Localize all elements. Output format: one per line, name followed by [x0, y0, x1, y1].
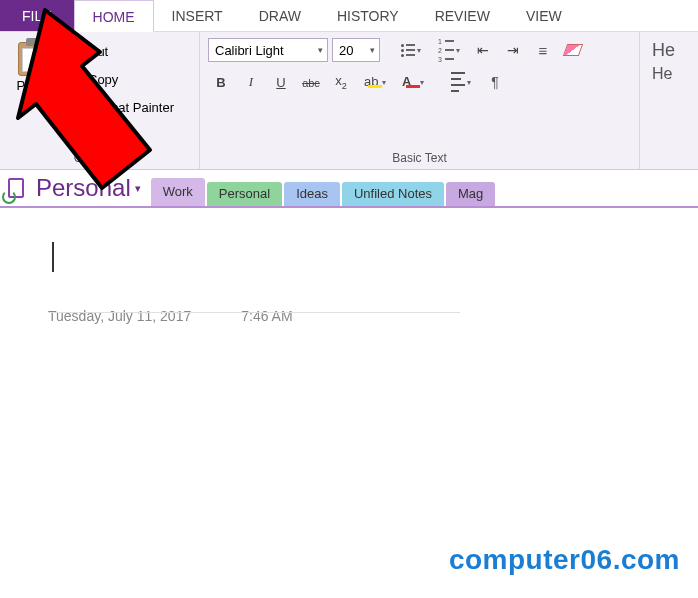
indent-icon — [507, 42, 519, 58]
tab-home[interactable]: HOME — [74, 0, 154, 32]
chevron-down-icon: ▾ — [135, 182, 141, 195]
basic-text-group-label: Basic Text — [208, 151, 631, 167]
font-color-button[interactable]: A ▾ — [396, 70, 430, 94]
style-heading1[interactable]: He — [648, 40, 679, 61]
section-tab-personal[interactable]: Personal — [207, 182, 282, 206]
style-heading2[interactable]: He — [648, 65, 676, 83]
section-tab-ideas[interactable]: Ideas — [284, 182, 340, 206]
font-size-select[interactable]: 20 ▾ — [332, 38, 380, 62]
cut-label: Cut — [88, 44, 108, 59]
increase-indent-button[interactable] — [500, 38, 526, 62]
copy-icon — [64, 70, 82, 88]
underline-button[interactable]: U — [268, 70, 294, 94]
notebook-icon[interactable] — [8, 178, 28, 200]
font-name-select[interactable]: Calibri Light ▾ — [208, 38, 328, 62]
tab-insert[interactable]: INSERT — [154, 0, 241, 31]
scissors-icon — [64, 42, 82, 60]
ribbon-group-styles: He He — [640, 32, 687, 169]
ribbon-group-basic-text: Calibri Light ▾ 20 ▾ ▾ 1 — [200, 32, 640, 169]
section-tab-unfiled[interactable]: Unfiled Notes — [342, 182, 444, 206]
clipboard-icon — [16, 38, 50, 76]
line-spacing-icon — [539, 42, 548, 59]
tab-view[interactable]: VIEW — [508, 0, 580, 31]
section-tab-work[interactable]: Work — [151, 178, 205, 206]
eraser-icon — [565, 44, 581, 56]
format-painter-label: Format Painter — [88, 100, 174, 115]
numbering-icon: 1 2 3 — [438, 38, 454, 63]
chevron-down-icon: ▾ — [370, 45, 375, 55]
tab-draw[interactable]: DRAW — [241, 0, 319, 31]
section-tab-mag[interactable]: Mag — [446, 182, 495, 206]
align-left-icon — [451, 71, 465, 93]
watermark: computer06.com — [449, 544, 680, 576]
ribbon-tabstrip: FILE HOME INSERT DRAW HISTORY REVIEW VIE… — [0, 0, 698, 32]
title-cursor — [52, 242, 54, 272]
highlight-button[interactable]: ab ▾ — [358, 70, 392, 94]
tab-review[interactable]: REVIEW — [417, 0, 508, 31]
chevron-down-icon: ▾ — [31, 95, 36, 106]
tab-history[interactable]: HISTORY — [319, 0, 417, 31]
ribbon-group-clipboard: Paste ▾ Cut Copy Format Painter Clipboar… — [0, 32, 200, 169]
page-canvas[interactable]: Tuesday, July 11, 2017 7:46 AM — [0, 208, 698, 548]
bold-button[interactable]: B — [208, 70, 234, 94]
highlight-icon: ab — [364, 74, 380, 90]
format-painter-button[interactable]: Format Painter — [64, 98, 174, 116]
bullets-icon — [401, 44, 415, 57]
page-date: Tuesday, July 11, 2017 — [48, 308, 191, 324]
subscript-button[interactable]: x2 — [328, 70, 354, 94]
cut-button[interactable]: Cut — [64, 42, 174, 60]
copy-label: Copy — [88, 72, 118, 87]
paste-label: Paste — [16, 78, 49, 93]
notebook-bar: Personal ▾ Work Personal Ideas Unfiled N… — [0, 170, 698, 208]
ribbon: Paste ▾ Cut Copy Format Painter Clipboar… — [0, 32, 698, 170]
align-button[interactable]: ▾ — [444, 70, 478, 94]
numbering-button[interactable]: 1 2 3 ▾ — [432, 38, 466, 62]
outdent-icon — [477, 42, 489, 58]
line-spacing-button[interactable] — [530, 38, 556, 62]
italic-button[interactable]: I — [238, 70, 264, 94]
paragraph-mark-button[interactable] — [482, 70, 508, 94]
copy-button[interactable]: Copy — [64, 70, 174, 88]
page-time: 7:46 AM — [241, 308, 292, 324]
notebook-dropdown[interactable]: Personal ▾ — [36, 174, 141, 202]
paintbrush-icon — [64, 98, 82, 116]
section-tabs: Work Personal Ideas Unfiled Notes Mag — [151, 170, 498, 206]
notebook-name: Personal — [36, 174, 131, 202]
decrease-indent-button[interactable] — [470, 38, 496, 62]
font-color-icon: A — [402, 74, 418, 90]
bullets-button[interactable]: ▾ — [394, 38, 428, 62]
font-size-value: 20 — [339, 43, 353, 58]
strike-icon — [302, 75, 320, 90]
chevron-down-icon: ▾ — [318, 45, 323, 55]
font-name-value: Calibri Light — [215, 43, 284, 58]
strikethrough-button[interactable] — [298, 70, 324, 94]
tab-file[interactable]: FILE — [0, 0, 74, 31]
title-divider — [50, 312, 460, 313]
clipboard-group-label: Clipboard — [8, 151, 191, 167]
clear-formatting-button[interactable] — [560, 38, 586, 62]
pilcrow-icon — [491, 74, 499, 90]
paste-button[interactable]: Paste ▾ — [8, 38, 58, 106]
